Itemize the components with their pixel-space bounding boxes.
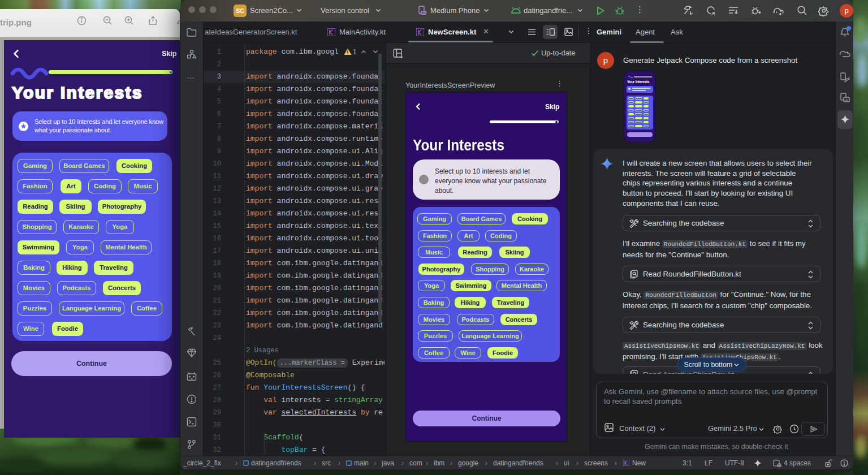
svg-text:A: A xyxy=(711,11,715,16)
